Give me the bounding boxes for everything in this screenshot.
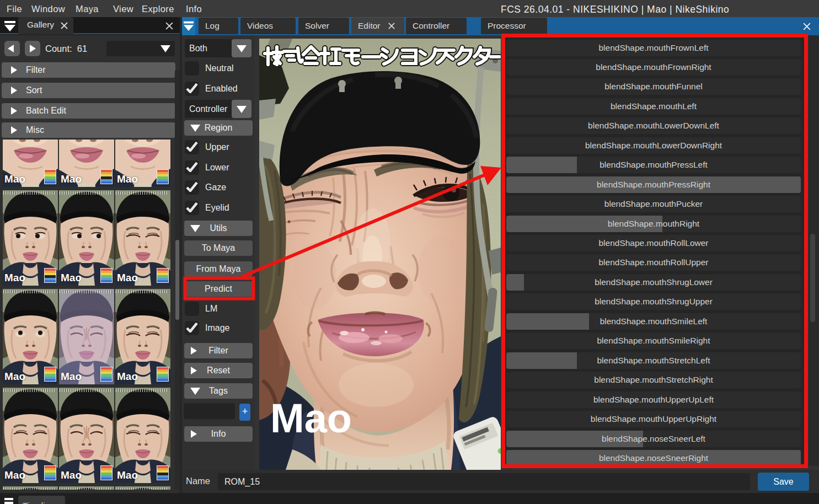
svg-text:Mao: Mao xyxy=(270,395,352,441)
